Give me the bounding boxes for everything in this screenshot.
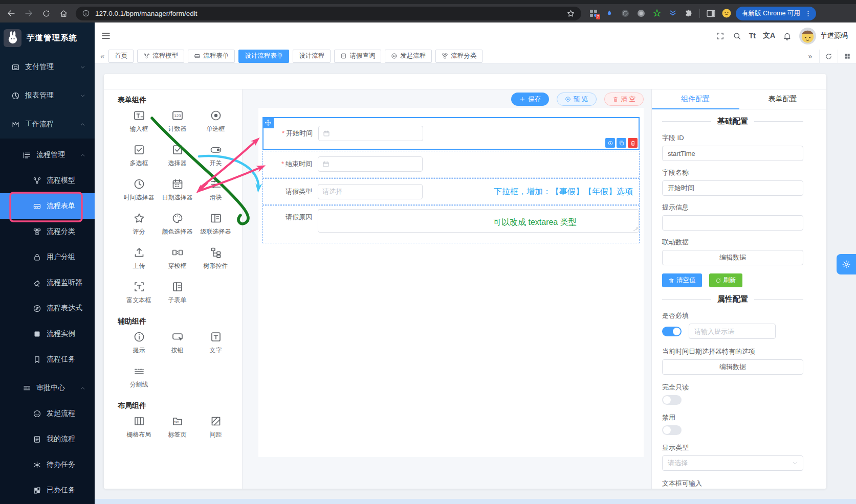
component-subform[interactable]: 子表单 — [158, 281, 196, 305]
component-switch[interactable]: 开关 — [196, 144, 235, 168]
component-time-picker[interactable]: 时间选择器 — [120, 178, 158, 202]
sidebar-item-payment[interactable]: 支付管理 — [0, 53, 95, 81]
field-id-input[interactable] — [662, 146, 803, 161]
copy-field-button[interactable] — [617, 138, 626, 148]
focus-field-button[interactable] — [605, 138, 615, 148]
extension-blocks-icon[interactable]: 7 — [588, 8, 599, 18]
sidebar-item-process-category[interactable]: 流程分类 — [0, 219, 95, 244]
sidebar-item-process-expression[interactable]: 流程表达式 — [0, 295, 95, 321]
tip-info-input[interactable] — [662, 215, 803, 231]
component-grid-layout[interactable]: 栅格布局 — [120, 415, 158, 439]
component-upload[interactable]: 上传 — [120, 246, 158, 270]
sidebar-item-report[interactable]: 报表管理 — [0, 81, 95, 110]
sidebar-item-my-process[interactable]: 我的流程 — [0, 426, 95, 452]
tab-refresh-button[interactable] — [819, 50, 838, 63]
display-type-select[interactable]: 请选择 — [662, 455, 803, 471]
component-date-picker[interactable]: 日期选择器 — [158, 178, 196, 202]
extension-globe-icon[interactable] — [620, 8, 630, 18]
component-radio[interactable]: 单选框 — [196, 109, 235, 133]
component-select[interactable]: 选择器 — [158, 144, 196, 168]
date-input-start-time[interactable] — [318, 126, 423, 141]
component-richtext[interactable]: 富文本框 — [120, 281, 158, 305]
url-text[interactable]: 127.0.0.1/bpm/manager/form/edit — [95, 10, 566, 17]
tab-home[interactable]: 首页 — [108, 50, 134, 63]
tab-process-form[interactable]: 流程表单 — [188, 50, 235, 63]
sidebar-item-process-task[interactable]: 流程任务 — [0, 347, 95, 372]
component-rate[interactable]: 评分 — [120, 212, 158, 236]
textarea-leave-reason[interactable] — [318, 209, 639, 233]
drag-handle[interactable] — [262, 117, 274, 128]
component-input[interactable]: 输入框 — [120, 109, 158, 133]
browser-forward-button[interactable] — [23, 7, 35, 19]
menu-collapse-button[interactable] — [101, 30, 112, 41]
clear-button[interactable]: 清 空 — [604, 93, 644, 106]
url-bar[interactable]: 127.0.0.1/bpm/manager/form/edit — [76, 7, 581, 20]
component-tip[interactable]: 提示 — [120, 331, 158, 355]
form-row-start-time[interactable]: *开始时间 — [262, 117, 640, 150]
clear-value-button[interactable]: 清空值 — [662, 273, 702, 287]
theme-settings-button[interactable] — [837, 254, 856, 274]
component-slider[interactable]: 滑块 — [196, 178, 235, 202]
required-toggle[interactable] — [662, 327, 682, 336]
language-button[interactable]: 文A — [763, 31, 775, 40]
form-canvas[interactable]: *开始时间 *结束时间 请假类型 请选择 下拉框，增加：【事假】【年假】选项 — [258, 108, 644, 457]
component-checkbox[interactable]: 多选框 — [120, 144, 158, 168]
component-color-picker[interactable]: 颜色选择器 — [158, 212, 196, 236]
side-panel-icon[interactable] — [706, 8, 716, 18]
app-logo-row[interactable]: 芋道管理系统 — [0, 22, 95, 49]
date-input-end-time[interactable] — [318, 156, 423, 172]
tab-component-config[interactable]: 组件配置 — [652, 89, 739, 109]
tab-design-process[interactable]: 设计流程 — [293, 50, 331, 63]
edit-datetime-options-button[interactable]: 编辑数据 — [662, 359, 803, 375]
browser-menu-icon[interactable] — [804, 10, 812, 17]
user-avatar[interactable] — [799, 28, 816, 44]
tabs-scroll-right[interactable]: » — [801, 50, 819, 63]
sidebar-item-start-process[interactable]: 发起流程 — [0, 401, 95, 426]
profile-avatar-icon[interactable] — [721, 8, 732, 18]
component-transfer[interactable]: 穿梭框 — [158, 246, 196, 270]
select-leave-type[interactable]: 请选择 — [318, 184, 423, 199]
component-spacing[interactable]: 间距 — [196, 415, 235, 439]
save-button[interactable]: 保存 — [511, 93, 549, 106]
resize-grip[interactable] — [633, 227, 638, 231]
browser-back-button[interactable] — [5, 7, 17, 19]
readonly-toggle[interactable] — [662, 395, 682, 405]
sidebar-item-todo-task[interactable]: 待办任务 — [0, 452, 95, 477]
refresh-value-button[interactable]: 刷新 — [709, 273, 742, 287]
sidebar-item-process-form[interactable]: 流程表单 — [0, 193, 95, 219]
chrome-update-button[interactable]: 有新版 Chrome 可用 — [736, 7, 816, 20]
notification-button[interactable] — [782, 31, 792, 41]
tab-process-category[interactable]: 流程分类 — [435, 50, 482, 63]
browser-home-button[interactable] — [57, 7, 70, 19]
component-counter[interactable]: 计数器 — [158, 109, 196, 133]
form-row-leave-type[interactable]: 请假类型 请选择 下拉框，增加：【事假】【年假】选项 — [262, 178, 640, 204]
extensions-puzzle-icon[interactable] — [684, 8, 694, 18]
bookmark-star-icon[interactable] — [566, 9, 575, 18]
component-tabs[interactable]: 标签页 — [158, 415, 196, 439]
fullscreen-button[interactable] — [715, 31, 725, 41]
delete-field-button[interactable] — [628, 138, 638, 148]
sidebar-item-process-listener[interactable]: 流程监听器 — [0, 270, 95, 295]
extension-circle-icon[interactable] — [636, 8, 646, 18]
tab-design-process-form[interactable]: 设计流程表单 — [238, 50, 289, 63]
extension-chevrons-icon[interactable] — [668, 8, 678, 18]
form-row-leave-reason[interactable]: 请假原因 可以改成 textarea 类型 — [262, 205, 640, 243]
sidebar-item-user-group[interactable]: 用户分组 — [0, 244, 95, 270]
user-name[interactable]: 芋道源码 — [820, 31, 848, 40]
tab-layout-button[interactable] — [838, 50, 856, 63]
tab-process-model[interactable]: 流程模型 — [137, 50, 184, 63]
sidebar-item-done-task[interactable]: 已办任务 — [0, 477, 95, 503]
sidebar-item-workflow[interactable]: 工作流程 — [0, 110, 95, 139]
tab-start-process[interactable]: 发起流程 — [385, 50, 432, 63]
sidebar-item-process-mgmt[interactable]: 流程管理 — [0, 142, 95, 168]
extension-star-icon[interactable] — [652, 8, 662, 18]
sidebar-item-process-model[interactable]: 流程模型 — [0, 168, 95, 193]
extension-drop-icon[interactable] — [604, 8, 614, 18]
tabs-scroll-left[interactable]: « — [100, 52, 104, 60]
field-name-input[interactable] — [662, 180, 803, 196]
form-row-end-time[interactable]: *结束时间 — [262, 151, 640, 177]
font-size-button[interactable]: Tt — [749, 32, 756, 40]
component-text[interactable]: 文字 — [196, 331, 235, 355]
component-button[interactable]: 按钮 — [158, 331, 196, 355]
browser-reload-button[interactable] — [40, 7, 52, 19]
